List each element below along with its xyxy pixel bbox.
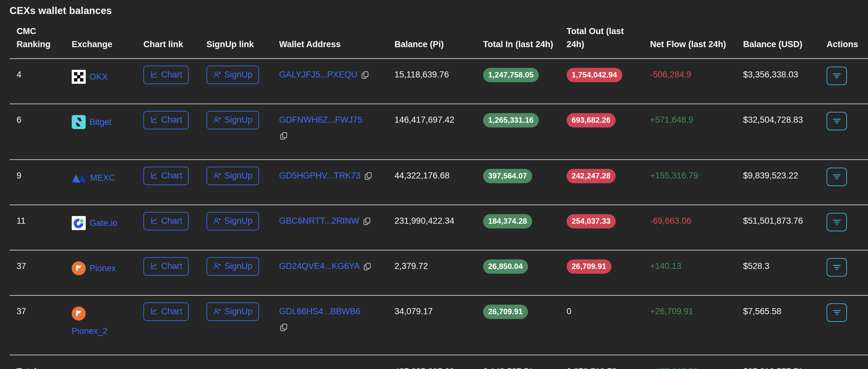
chart-link-cell: Chart — [144, 296, 207, 355]
wallet-address-link[interactable]: GD5HGPHV...TRK73 — [279, 171, 361, 180]
filter-icon — [832, 308, 842, 317]
copy-icon[interactable] — [362, 217, 372, 226]
wallet-address-cell: GD5HGPHV...TRK73 — [279, 160, 395, 205]
balance-pi-cell: 44,322,176.68 — [395, 160, 483, 205]
cmc-ranking-value: 11 — [17, 216, 26, 225]
exchange-name-link[interactable]: OKX — [90, 72, 108, 82]
total-out-cell: 26,709.91 — [566, 250, 650, 296]
signup-button[interactable]: SignUp — [207, 302, 259, 321]
actions-cell — [827, 104, 868, 160]
actions-button[interactable] — [827, 167, 847, 186]
actions-button[interactable] — [827, 303, 847, 322]
wallet-address-link[interactable]: GDFNWH6Z...FWJ75 — [279, 115, 362, 125]
signup-button-label: SignUp — [224, 307, 253, 316]
gateio-logo-icon — [72, 216, 86, 230]
bitget-logo-icon — [72, 115, 86, 129]
signup-button[interactable]: SignUp — [207, 212, 259, 230]
column-header: Actions — [827, 25, 868, 59]
wallet-address-link[interactable]: GDL66HS4...BBWB6 — [279, 307, 361, 316]
total-out-cell: 242,247.28 — [566, 160, 650, 205]
wallet-address-cell: GD24QVE4...KG6YA — [279, 250, 395, 296]
chart-button-label: Chart — [161, 171, 182, 181]
filter-icon — [832, 217, 842, 227]
column-header: CMC Ranking — [9, 25, 72, 59]
copy-icon[interactable] — [364, 172, 373, 181]
actions-button[interactable] — [827, 112, 847, 130]
exchange-cell: OKX — [72, 59, 144, 104]
chart-link-cell: Chart — [144, 104, 207, 160]
chart-button-label: Chart — [161, 216, 182, 226]
wallet-address-cell: GALYJFJ5...PXEQU — [279, 59, 395, 104]
copy-icon[interactable] — [363, 262, 372, 272]
table-row: 37 Pionex_2 Chart — [9, 296, 868, 355]
table-row: 4 OKX Chart — [9, 59, 868, 104]
total-out-cell: 0 — [566, 296, 650, 355]
chart-button[interactable]: Chart — [144, 302, 189, 321]
actions-button[interactable] — [827, 67, 847, 85]
balance-pi-value: 231,990,422.34 — [395, 216, 455, 225]
signup-button[interactable]: SignUp — [207, 66, 259, 84]
wallet-address-link[interactable]: GALYJFJ5...PXEQU — [279, 70, 358, 79]
copy-icon[interactable] — [279, 323, 387, 332]
net-flow-value: -506,284.9 — [650, 70, 691, 79]
actions-button[interactable] — [827, 258, 847, 277]
exchange-name-link[interactable]: Pionex — [90, 264, 116, 273]
total-out-cell: 693,682.26 — [566, 104, 650, 160]
balance-usd-cell: $9,839,523.22 — [743, 160, 827, 205]
exchange-name-link[interactable]: MEXC — [90, 173, 115, 183]
line-chart-icon — [150, 307, 158, 316]
chart-link-cell: Chart — [144, 160, 207, 205]
column-header: Balance (Pi) — [395, 25, 483, 59]
exchange-name-link[interactable]: Bitget — [90, 117, 112, 127]
total-actions-empty — [827, 355, 868, 369]
cmc-ranking-cell: 37 — [9, 250, 72, 296]
chart-button[interactable]: Chart — [144, 212, 189, 230]
wallet-address-link[interactable]: GBC6NRTT...2RINW — [279, 216, 360, 225]
chart-button[interactable]: Chart — [144, 257, 189, 276]
person-plus-icon — [213, 217, 221, 225]
signup-button-label: SignUp — [224, 216, 253, 226]
total-out-cell: 1,754,042.94 — [566, 59, 650, 104]
table-header-row: CMC RankingExchangeChart linkSignUp link… — [9, 25, 868, 59]
total-out-badge: 1,754,042.94 — [566, 68, 622, 82]
signup-button[interactable]: SignUp — [207, 257, 259, 276]
net-flow-cell: +571,648.9 — [650, 104, 743, 160]
exchange-name-link[interactable]: Pionex_2 — [72, 326, 136, 336]
chart-button[interactable]: Chart — [144, 66, 189, 84]
cmc-ranking-value: 6 — [17, 115, 21, 125]
table-row: 9 MEXC Chart — [9, 160, 868, 205]
wallet-address-cell: GDFNWH6Z...FWJ75 — [279, 104, 395, 160]
column-header: Exchange — [72, 25, 144, 59]
line-chart-icon — [150, 70, 158, 79]
copy-icon[interactable] — [361, 70, 370, 80]
wallet-address-link[interactable]: GD24QVE4...KG6YA — [279, 261, 360, 271]
total-label: Total — [9, 355, 395, 369]
balance-usd-cell: $3,356,338.03 — [743, 59, 827, 104]
copy-icon[interactable] — [279, 131, 387, 141]
exchange-cell: MEXC — [72, 160, 144, 205]
total-balance-usd: $97,210,557.71 — [743, 355, 827, 369]
actions-cell — [827, 205, 868, 250]
line-chart-icon — [150, 262, 158, 271]
net-flow-value: -69,663.06 — [650, 216, 691, 225]
mexc-logo-icon — [72, 171, 86, 185]
signup-button-label: SignUp — [224, 115, 253, 125]
balance-pi-cell: 15,118,639.76 — [395, 59, 483, 104]
chart-button-label: Chart — [161, 70, 182, 80]
signup-button[interactable]: SignUp — [207, 111, 259, 129]
signup-link-cell: SignUp — [207, 250, 279, 296]
balance-pi-value: 34,079.17 — [395, 307, 433, 316]
chart-button[interactable]: Chart — [144, 167, 189, 185]
balance-usd-value: $32,504,728.83 — [743, 115, 803, 125]
actions-button[interactable] — [827, 213, 847, 232]
chart-button[interactable]: Chart — [144, 111, 189, 129]
exchange-name-link[interactable]: Gate.io — [90, 218, 117, 228]
signup-button[interactable]: SignUp — [207, 167, 259, 185]
balance-pi-cell: 231,990,422.34 — [395, 205, 483, 250]
filter-icon — [832, 263, 842, 272]
actions-cell — [827, 160, 868, 205]
balance-usd-value: $9,839,523.22 — [743, 171, 798, 180]
total-in-cell: 1,265,331.16 — [483, 104, 566, 160]
balance-usd-value: $7,565.58 — [743, 307, 781, 316]
balance-pi-value: 15,118,639.76 — [395, 70, 449, 79]
